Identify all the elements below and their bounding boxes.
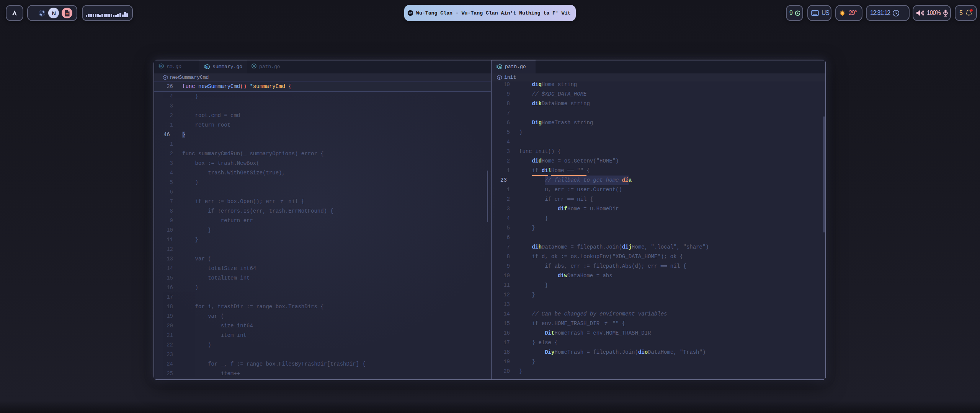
svg-text:G: G [499, 65, 501, 69]
